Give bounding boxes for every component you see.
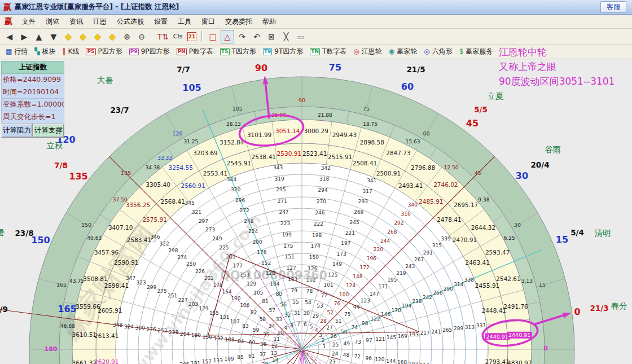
wheel-number: 127 <box>286 265 296 271</box>
menu-item-浏览[interactable]: 浏览 <box>41 16 64 27</box>
draw-triangle-button[interactable]: △ <box>221 30 234 43</box>
hexagon-button[interactable]: ◎六角形 <box>422 46 454 57</box>
wheel-number: 270 <box>317 199 326 204</box>
wheel-number: 195 <box>387 277 397 283</box>
wheel-number: 40.63 <box>87 235 102 241</box>
customer-service-button[interactable]: 客服 <box>600 1 626 13</box>
zoom-in-button[interactable]: ⊕ <box>120 30 134 43</box>
wheel-number: 2523.41 <box>302 150 327 157</box>
nav-forward-button[interactable]: ▶ <box>17 30 31 43</box>
nav-back-button[interactable]: ◀ <box>3 30 16 43</box>
wheel-number: 5 <box>310 324 313 330</box>
panel-row-3: 周天变化步长=1 <box>1 111 64 124</box>
wheel-number: 2538.41 <box>252 154 276 160</box>
rotate-ccw-button[interactable]: ↶ <box>250 30 264 43</box>
title-bar: 赢 赢家江恩专业版[赢家服务平台] - [上证指数 江恩轮] 客服 <box>0 0 632 15</box>
wheel-number: 2746.02 <box>433 181 458 188</box>
pointer-up-button[interactable]: ▲ <box>32 30 46 43</box>
t-square-icon: TS <box>220 48 230 55</box>
annotation-line-2: 又称上帝之眼 <box>499 59 615 74</box>
t-table-label: T数字表 <box>322 47 346 56</box>
gann-wheel-button[interactable]: ◎江恩轮 <box>351 46 384 57</box>
wheel-number: 2493.41 <box>398 182 423 189</box>
t-scale-button[interactable]: T⇅ <box>156 30 170 43</box>
gann-wheel-canvas[interactable]: 赢家财富网www.yingjia360.comQQ:10080093601234… <box>0 59 632 364</box>
wheel-number: 341 <box>367 178 376 183</box>
cross-tool-button[interactable]: ╳ <box>279 30 293 43</box>
panel-row-0: 价格=2440.9099 <box>1 74 64 86</box>
winner-wheel-label: 赢家轮 <box>397 47 417 56</box>
wheel-number: 46.88 <box>60 323 75 329</box>
zoom-out-button[interactable]: ⊖ <box>135 30 148 43</box>
wheel-number: 3 <box>319 332 322 338</box>
select-region-button[interactable]: ⊠ <box>265 30 278 43</box>
wheel-number: 196 <box>367 256 376 261</box>
menu-item-帮助[interactable]: 帮助 <box>257 16 281 27</box>
menu-item-资讯[interactable]: 资讯 <box>64 16 88 27</box>
wheel-number: 221 <box>345 230 355 236</box>
wheel-number: 222 <box>314 221 323 227</box>
pointer-down-button[interactable]: ▼ <box>47 30 60 43</box>
date-label: 5/4 <box>570 228 584 237</box>
date-label: 8/9 <box>0 305 8 314</box>
wheel-number: 23 <box>329 359 335 364</box>
wheel-number: 2470.91 <box>453 236 477 243</box>
pan-down-button[interactable]: ◆ <box>106 30 119 43</box>
wheel-number: 28.13 <box>226 121 241 127</box>
pan-right-button[interactable]: ◆ <box>76 30 90 43</box>
wheel-number: 2485.91 <box>419 198 443 205</box>
menu-item-江恩[interactable]: 江恩 <box>88 16 112 27</box>
calc-resistance-button[interactable]: 计算阻力 <box>1 124 33 138</box>
calendar-button[interactable]: 21 <box>187 32 196 41</box>
draw-square-button[interactable]: □ <box>206 30 220 43</box>
wheel-number: 8 <box>291 323 294 328</box>
wheel-number: 153 <box>240 272 249 278</box>
wheel-number: 36 <box>260 341 267 347</box>
kline-button[interactable]: ‖K线 <box>60 46 82 57</box>
p-table-button[interactable]: PNP数字表 <box>174 46 216 57</box>
hexagon-label: 六角形 <box>432 47 453 56</box>
wheel-number: 13 <box>271 350 277 356</box>
menu-item-设置[interactable]: 设置 <box>149 16 173 27</box>
wheel-number: 202 <box>204 275 214 281</box>
wheel-number: 169 <box>398 334 407 339</box>
panel-row-2: 变换系数=1.00000 <box>1 99 64 111</box>
wheel-number: 3559.66 <box>76 303 100 310</box>
pan-up-button[interactable]: ◆ <box>91 30 104 43</box>
wheel-number: 53 <box>317 303 323 309</box>
service-button[interactable]: $赢家服务 <box>457 46 495 57</box>
wheel-number: 272 <box>240 208 249 213</box>
wheel-number: 179 <box>199 306 208 312</box>
pan-left-button[interactable]: ◆ <box>62 30 75 43</box>
calc-support-button[interactable]: 计算支撑 <box>33 124 64 138</box>
menu-item-窗口[interactable]: 窗口 <box>196 16 220 27</box>
t-table-button[interactable]: TNT数字表 <box>308 46 349 57</box>
wheel-number: 2515.91 <box>328 154 352 160</box>
t-square-button[interactable]: TST四方形 <box>218 46 258 57</box>
date-label: 23/7 <box>110 106 129 115</box>
wheel-number: 296 <box>235 198 245 203</box>
wheel-number: 14 <box>272 357 279 363</box>
menu-item-工具[interactable]: 工具 <box>173 16 196 27</box>
p-square-button[interactable]: PSP四方形 <box>84 46 124 57</box>
menu-item-交易委托[interactable]: 交易委托 <box>220 16 257 27</box>
wheel-number: 98 <box>362 321 368 326</box>
rotate-cw-button[interactable]: ↷ <box>235 30 249 43</box>
menu-item-公式选股[interactable]: 公式选股 <box>112 16 149 27</box>
wheel-number: 2695.17 <box>454 201 478 208</box>
wheel-number: 2598.41 <box>104 282 129 289</box>
winner-wheel-button[interactable]: ◉赢家轮 <box>387 46 419 57</box>
wheel-number: 48 <box>343 352 350 358</box>
9p-square-button[interactable]: P99P四方形 <box>127 46 172 57</box>
wheel-number: 96 <box>365 356 372 361</box>
cls-clear-button[interactable]: Cls <box>171 30 185 43</box>
9t-square-button[interactable]: T99T四方形 <box>261 46 305 57</box>
menu-item-文件[interactable]: 文件 <box>17 16 41 27</box>
wheel-number: 145 <box>387 335 396 340</box>
quotes-button[interactable]: ▦行情 <box>3 46 30 57</box>
wheel-number: 177 <box>233 263 243 269</box>
sectors-button[interactable]: ▚板块 <box>32 46 58 57</box>
wheel-number: 31 <box>294 310 300 316</box>
screen-tool-button[interactable]: ▭ <box>294 30 308 43</box>
wheel-number: 144 <box>386 358 396 364</box>
